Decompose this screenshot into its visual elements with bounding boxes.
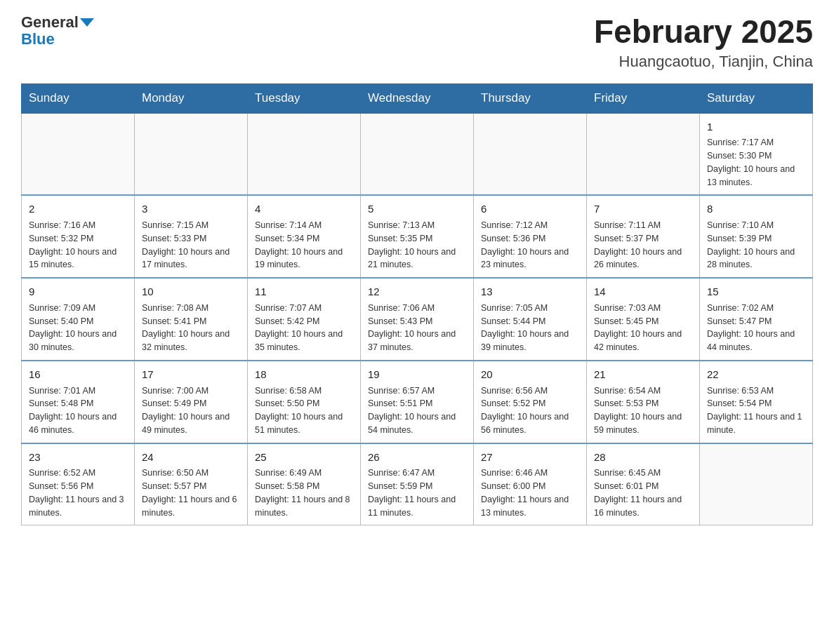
day-info: Sunrise: 6:52 AM Sunset: 5:56 PM Dayligh… [29,467,127,519]
day-number: 24 [142,450,240,465]
day-number: 19 [368,367,466,382]
day-info: Sunrise: 7:09 AM Sunset: 5:40 PM Dayligh… [29,302,127,354]
day-number: 12 [368,284,466,300]
day-info: Sunrise: 7:11 AM Sunset: 5:37 PM Dayligh… [594,219,692,271]
day-info: Sunrise: 6:47 AM Sunset: 5:59 PM Dayligh… [368,467,466,519]
day-info: Sunrise: 6:58 AM Sunset: 5:50 PM Dayligh… [255,384,353,437]
calendar-cell: 7Sunrise: 7:11 AM Sunset: 5:37 PM Daylig… [587,195,700,278]
day-info: Sunrise: 7:08 AM Sunset: 5:41 PM Dayligh… [142,302,240,354]
day-info: Sunrise: 6:54 AM Sunset: 5:53 PM Dayligh… [594,384,692,437]
logo-arrow-icon [80,18,94,27]
weekday-monday: Monday [135,83,248,113]
calendar-cell [361,113,474,196]
day-number: 18 [255,367,353,382]
day-number: 25 [255,450,353,465]
calendar-cell: 8Sunrise: 7:10 AM Sunset: 5:39 PM Daylig… [700,195,813,278]
calendar-cell: 28Sunrise: 6:45 AM Sunset: 6:01 PM Dayli… [587,443,700,525]
calendar-cell: 3Sunrise: 7:15 AM Sunset: 5:33 PM Daylig… [135,195,248,278]
day-number: 7 [594,201,692,217]
day-number: 3 [142,201,240,217]
day-number: 6 [481,201,579,217]
calendar-body: 1Sunrise: 7:17 AM Sunset: 5:30 PM Daylig… [22,113,813,525]
day-info: Sunrise: 7:14 AM Sunset: 5:34 PM Dayligh… [255,219,353,271]
day-info: Sunrise: 7:15 AM Sunset: 5:33 PM Dayligh… [142,219,240,271]
day-info: Sunrise: 6:46 AM Sunset: 6:00 PM Dayligh… [481,467,579,519]
day-info: Sunrise: 6:50 AM Sunset: 5:57 PM Dayligh… [142,467,240,519]
day-number: 1 [707,119,805,135]
day-info: Sunrise: 7:03 AM Sunset: 5:45 PM Dayligh… [594,302,692,354]
weekday-tuesday: Tuesday [248,83,361,113]
calendar-cell [135,113,248,196]
week-row-1: 1Sunrise: 7:17 AM Sunset: 5:30 PM Daylig… [22,113,813,196]
calendar-cell: 12Sunrise: 7:06 AM Sunset: 5:43 PM Dayli… [361,278,474,361]
calendar-cell: 13Sunrise: 7:05 AM Sunset: 5:44 PM Dayli… [474,278,587,361]
logo-blue-text: Blue [21,31,94,48]
calendar-cell: 15Sunrise: 7:02 AM Sunset: 5:47 PM Dayli… [700,278,813,361]
day-number: 26 [368,450,466,465]
calendar-cell: 1Sunrise: 7:17 AM Sunset: 5:30 PM Daylig… [700,113,813,196]
day-number: 28 [594,450,692,465]
weekday-thursday: Thursday [474,83,587,113]
calendar-cell: 10Sunrise: 7:08 AM Sunset: 5:41 PM Dayli… [135,278,248,361]
day-number: 20 [481,367,579,382]
day-number: 21 [594,367,692,382]
calendar-cell [587,113,700,196]
day-info: Sunrise: 7:07 AM Sunset: 5:42 PM Dayligh… [255,302,353,354]
weekday-sunday: Sunday [22,83,135,113]
day-info: Sunrise: 7:05 AM Sunset: 5:44 PM Dayligh… [481,302,579,354]
weekday-wednesday: Wednesday [361,83,474,113]
calendar-cell: 16Sunrise: 7:01 AM Sunset: 5:48 PM Dayli… [22,361,135,443]
day-info: Sunrise: 7:17 AM Sunset: 5:30 PM Dayligh… [707,136,805,189]
calendar-cell: 6Sunrise: 7:12 AM Sunset: 5:36 PM Daylig… [474,195,587,278]
day-info: Sunrise: 7:10 AM Sunset: 5:39 PM Dayligh… [707,219,805,271]
week-row-3: 9Sunrise: 7:09 AM Sunset: 5:40 PM Daylig… [22,278,813,361]
calendar-cell: 11Sunrise: 7:07 AM Sunset: 5:42 PM Dayli… [248,278,361,361]
calendar-cell: 2Sunrise: 7:16 AM Sunset: 5:32 PM Daylig… [22,195,135,278]
calendar-header: SundayMondayTuesdayWednesdayThursdayFrid… [22,83,813,113]
day-info: Sunrise: 7:12 AM Sunset: 5:36 PM Dayligh… [481,219,579,271]
day-info: Sunrise: 7:01 AM Sunset: 5:48 PM Dayligh… [29,384,127,437]
day-number: 10 [142,284,240,300]
day-info: Sunrise: 7:00 AM Sunset: 5:49 PM Dayligh… [142,384,240,437]
day-number: 11 [255,284,353,300]
calendar-cell: 19Sunrise: 6:57 AM Sunset: 5:51 PM Dayli… [361,361,474,443]
day-number: 17 [142,367,240,382]
day-number: 8 [707,201,805,217]
day-info: Sunrise: 7:16 AM Sunset: 5:32 PM Dayligh… [29,219,127,271]
calendar-cell: 20Sunrise: 6:56 AM Sunset: 5:52 PM Dayli… [474,361,587,443]
calendar-cell: 26Sunrise: 6:47 AM Sunset: 5:59 PM Dayli… [361,443,474,525]
day-number: 16 [29,367,127,382]
week-row-4: 16Sunrise: 7:01 AM Sunset: 5:48 PM Dayli… [22,361,813,443]
calendar-cell: 4Sunrise: 7:14 AM Sunset: 5:34 PM Daylig… [248,195,361,278]
day-number: 15 [707,284,805,300]
calendar-cell: 5Sunrise: 7:13 AM Sunset: 5:35 PM Daylig… [361,195,474,278]
calendar-cell: 18Sunrise: 6:58 AM Sunset: 5:50 PM Dayli… [248,361,361,443]
week-row-5: 23Sunrise: 6:52 AM Sunset: 5:56 PM Dayli… [22,443,813,525]
day-info: Sunrise: 6:49 AM Sunset: 5:58 PM Dayligh… [255,467,353,519]
calendar-cell: 9Sunrise: 7:09 AM Sunset: 5:40 PM Daylig… [22,278,135,361]
day-info: Sunrise: 7:13 AM Sunset: 5:35 PM Dayligh… [368,219,466,271]
weekday-saturday: Saturday [700,83,813,113]
weekday-header-row: SundayMondayTuesdayWednesdayThursdayFrid… [22,83,813,113]
day-info: Sunrise: 6:57 AM Sunset: 5:51 PM Dayligh… [368,384,466,437]
calendar-cell: 27Sunrise: 6:46 AM Sunset: 6:00 PM Dayli… [474,443,587,525]
day-number: 4 [255,201,353,217]
day-info: Sunrise: 7:02 AM Sunset: 5:47 PM Dayligh… [707,302,805,354]
calendar-cell: 24Sunrise: 6:50 AM Sunset: 5:57 PM Dayli… [135,443,248,525]
calendar-cell [22,113,135,196]
day-info: Sunrise: 6:56 AM Sunset: 5:52 PM Dayligh… [481,384,579,437]
calendar-cell [700,443,813,525]
calendar-table: SundayMondayTuesdayWednesdayThursdayFrid… [21,83,813,526]
day-number: 5 [368,201,466,217]
logo-general-text: General [21,14,79,31]
logo: General Blue [21,14,94,48]
calendar-cell: 25Sunrise: 6:49 AM Sunset: 5:58 PM Dayli… [248,443,361,525]
day-number: 9 [29,284,127,300]
calendar-title: February 2025 [594,14,813,50]
calendar-cell: 22Sunrise: 6:53 AM Sunset: 5:54 PM Dayli… [700,361,813,443]
calendar-cell [474,113,587,196]
calendar-cell: 23Sunrise: 6:52 AM Sunset: 5:56 PM Dayli… [22,443,135,525]
day-info: Sunrise: 7:06 AM Sunset: 5:43 PM Dayligh… [368,302,466,354]
calendar-cell [248,113,361,196]
day-info: Sunrise: 6:45 AM Sunset: 6:01 PM Dayligh… [594,467,692,519]
